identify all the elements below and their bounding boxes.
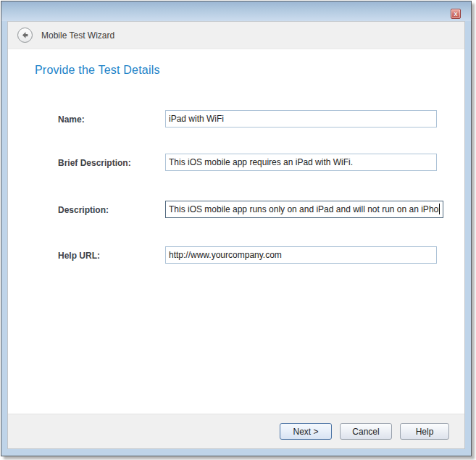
wizard-title: Mobile Test Wizard xyxy=(41,30,114,41)
help-url-input[interactable] xyxy=(165,246,437,264)
screen: x Mobile Test Wizard Provide the Test xyxy=(0,0,476,460)
description-input-wrapper xyxy=(165,201,443,218)
wizard-panel: Mobile Test Wizard Provide the Test Deta… xyxy=(7,21,465,449)
window-frame: Mobile Test Wizard Provide the Test Deta… xyxy=(1,21,471,456)
help-button[interactable]: Help xyxy=(400,423,449,440)
cancel-button[interactable]: Cancel xyxy=(340,423,392,440)
brief-description-input[interactable] xyxy=(165,154,437,171)
description-input[interactable] xyxy=(165,201,443,218)
name-input[interactable] xyxy=(165,110,437,127)
name-label: Name: xyxy=(58,110,163,127)
next-button[interactable]: Next > xyxy=(280,423,332,440)
back-arrow-icon xyxy=(20,30,30,40)
wizard-content: Provide the Test Details Name: Brief Des… xyxy=(8,49,464,414)
close-button[interactable]: x xyxy=(451,9,461,19)
page-title: Provide the Test Details xyxy=(35,64,160,77)
description-label: Description: xyxy=(58,201,163,218)
window-titlebar: x xyxy=(1,1,471,21)
mobile-test-wizard-window: x Mobile Test Wizard Provide the Test xyxy=(1,1,472,456)
wizard-footer: Next > Cancel Help xyxy=(8,414,464,448)
help-url-label: Help URL: xyxy=(58,246,163,264)
text-caret xyxy=(439,204,440,214)
wizard-header: Mobile Test Wizard xyxy=(8,22,464,49)
back-button[interactable] xyxy=(17,28,33,43)
brief-description-label: Brief Description: xyxy=(58,154,163,171)
